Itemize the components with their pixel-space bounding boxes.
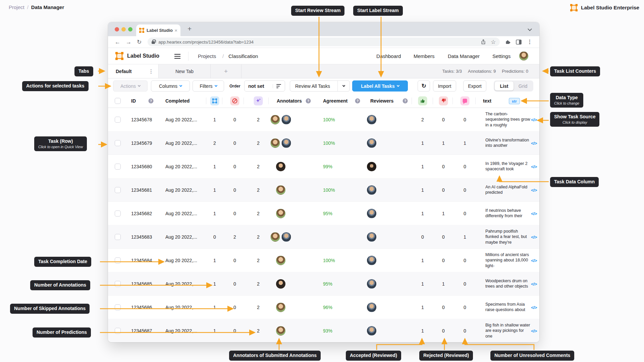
refresh-button[interactable]: ↻	[418, 80, 430, 92]
browser-tab[interactable]: Label Studio ×	[136, 24, 180, 36]
app-breadcrumb-projects[interactable]: Projects	[198, 53, 216, 59]
table-row[interactable]: 12345687Aug 20 2022,...10293%100Big fish…	[108, 319, 539, 342]
row-checkbox[interactable]	[115, 140, 121, 146]
accepted-column-icon[interactable]	[418, 96, 427, 105]
table-row[interactable]: 12345685Aug 20 2022,...10295%110Woodpeck…	[108, 272, 539, 296]
row-checkbox[interactable]	[115, 210, 121, 217]
rejected-count: 0	[442, 305, 445, 310]
back-icon[interactable]: ←	[115, 39, 120, 45]
export-button[interactable]: Export	[463, 80, 486, 92]
task-completed-date: Aug 20 2022,...	[165, 234, 197, 240]
column-annotators[interactable]: Annotators	[277, 98, 302, 104]
reload-icon[interactable]: ↻	[137, 39, 142, 45]
row-checkbox[interactable]	[115, 304, 121, 310]
address-bar[interactable]: app.heartex.com/projects/123456/data?tab…	[148, 38, 500, 46]
rejected-column-icon[interactable]	[439, 96, 448, 105]
window-minimize-button[interactable]	[121, 27, 126, 32]
column-id[interactable]: ID	[131, 98, 136, 104]
source-code-icon[interactable]: </>	[531, 164, 537, 169]
column-reviewers[interactable]: Reviewers	[370, 98, 393, 104]
annotators-help-icon[interactable]: ?	[306, 98, 311, 103]
table-row[interactable]: 12345683Aug 20 2022,...022001Pahrump poo…	[108, 225, 539, 249]
id-help-icon[interactable]: ?	[149, 98, 154, 103]
accepted-count: 1	[421, 140, 424, 146]
tab-search-chevron-icon[interactable]	[528, 27, 532, 31]
table-row[interactable]: 12345680Aug 20 2022,...10299%100In 1989,…	[108, 155, 539, 178]
side-panel-icon[interactable]	[516, 40, 522, 45]
select-all-checkbox[interactable]	[115, 98, 121, 104]
table-row[interactable]: 12345684Aug 20 2022,...102100%100Million…	[108, 249, 539, 272]
annotations-column-icon[interactable]	[210, 96, 219, 105]
list-view-button[interactable]: List	[495, 81, 514, 90]
window-zoom-button[interactable]	[128, 27, 132, 32]
column-text[interactable]: text	[483, 98, 491, 104]
row-checkbox[interactable]	[115, 328, 121, 334]
url-text[interactable]: app.heartex.com/projects/123456/data?tab…	[158, 40, 476, 45]
tab-default[interactable]: Default ⋮	[108, 64, 159, 78]
add-tab-button[interactable]: +	[211, 64, 241, 78]
reviewers-help-icon[interactable]: ?	[403, 98, 408, 103]
filters-button[interactable]: Filters	[193, 80, 224, 92]
predictions-column-icon[interactable]	[254, 96, 263, 105]
source-code-icon[interactable]: </>	[531, 305, 537, 310]
comments-count: 1	[464, 140, 466, 146]
new-tab-icon[interactable]: +	[187, 25, 192, 33]
source-code-icon[interactable]: </>	[531, 211, 537, 216]
annotator-avatar	[271, 138, 280, 148]
table-row[interactable]: 12345682Aug 20 2022,...10295%110If neutr…	[108, 202, 539, 225]
agreement-help-icon[interactable]: ?	[355, 98, 360, 103]
review-dropdown-chevron-icon[interactable]	[337, 81, 350, 91]
nav-settings[interactable]: Settings	[492, 53, 511, 59]
row-checkbox[interactable]	[115, 234, 121, 240]
order-button[interactable]: not set	[244, 80, 285, 92]
source-code-icon[interactable]: </>	[531, 117, 537, 122]
table-row[interactable]: 12345686Aug 20 2022,...10296%100Specimen…	[108, 296, 539, 319]
label-all-tasks-button[interactable]: Label All Tasks	[352, 80, 408, 92]
browser-menu-icon[interactable]: ⋮	[527, 39, 532, 45]
extensions-icon[interactable]	[505, 39, 511, 45]
tab-new-tab[interactable]: New Tab	[159, 64, 211, 78]
forward-icon[interactable]: →	[126, 39, 131, 45]
app-logo-icon[interactable]	[115, 52, 123, 60]
browser-tab-strip: Label Studio × +	[108, 22, 539, 36]
task-id: 12345681	[131, 187, 152, 193]
row-checkbox[interactable]	[115, 281, 121, 287]
nav-data-manager[interactable]: Data Manager	[448, 53, 480, 59]
bookmark-star-icon[interactable]: ☆	[491, 39, 496, 45]
rejected-count: 0	[442, 234, 445, 240]
import-button[interactable]: Import	[433, 80, 456, 92]
source-code-icon[interactable]: </>	[531, 258, 537, 263]
source-code-icon[interactable]: </>	[531, 140, 537, 145]
grid-view-button[interactable]: Grid	[514, 81, 532, 90]
tab-options-icon[interactable]: ⋮	[149, 68, 154, 74]
data-type-badge[interactable]: str	[509, 98, 520, 104]
row-checkbox[interactable]	[115, 187, 121, 193]
skipped-column-icon[interactable]	[230, 96, 239, 105]
hamburger-menu-icon[interactable]	[174, 56, 180, 57]
tab-close-icon[interactable]: ×	[174, 28, 177, 33]
comments-column-icon[interactable]	[461, 96, 470, 105]
column-completed[interactable]: Completed	[165, 98, 190, 104]
callout-data-type-title: Data Type	[556, 95, 578, 100]
source-code-icon[interactable]: </>	[531, 187, 537, 192]
nav-members[interactable]: Members	[414, 53, 435, 59]
row-checkbox[interactable]	[115, 117, 121, 123]
window-close-button[interactable]	[115, 27, 119, 32]
comments-count: 0	[464, 117, 466, 122]
row-checkbox[interactable]	[115, 164, 121, 170]
table-row[interactable]: 12345679Aug 20 2022,...202100%111Olivine…	[108, 131, 539, 155]
table-row[interactable]: 12345678Aug 20 2022,...102100%200The car…	[108, 108, 539, 131]
source-code-icon[interactable]: </>	[531, 234, 537, 239]
nav-dashboard[interactable]: Dashboard	[376, 53, 401, 59]
share-icon[interactable]	[481, 39, 486, 45]
columns-button[interactable]: Columns	[151, 80, 190, 92]
source-code-icon[interactable]: </>	[531, 328, 537, 333]
table-row[interactable]: 12345681Aug 20 2022,...102100%100An AI c…	[108, 178, 539, 202]
review-all-tasks-button[interactable]: Review All Tasks	[290, 80, 350, 92]
row-checkbox[interactable]	[115, 257, 121, 263]
actions-button[interactable]: Actions	[113, 80, 148, 92]
user-avatar[interactable]	[519, 52, 528, 61]
source-code-icon[interactable]: </>	[531, 281, 537, 286]
column-agreement[interactable]: Agreement	[323, 98, 347, 104]
breadcrumb-project[interactable]: Project	[9, 4, 24, 10]
